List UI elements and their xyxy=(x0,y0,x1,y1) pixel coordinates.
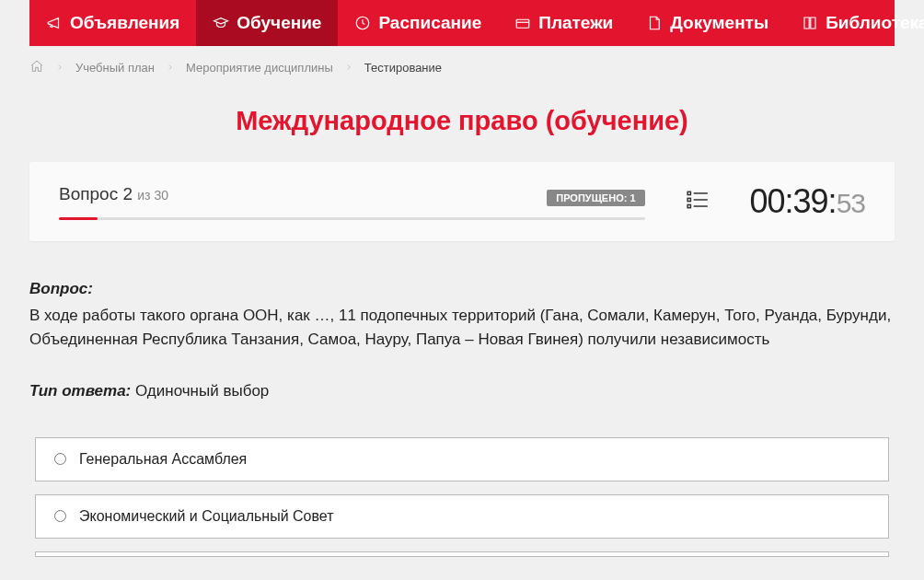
answer-radio[interactable] xyxy=(54,510,66,522)
answer-options: Генеральная Ассамблея Экономический и Со… xyxy=(29,437,895,557)
answer-option[interactable] xyxy=(35,551,889,557)
question-total: из 30 xyxy=(137,188,168,203)
nav-item-label: Расписание xyxy=(378,13,481,33)
breadcrumb: Учебный план Мероприятие дисциплины Тест… xyxy=(29,46,895,89)
progress-fill xyxy=(59,217,98,220)
clock-icon xyxy=(354,15,371,31)
nav-item-label: Библиотека xyxy=(826,13,924,33)
chevron-right-icon xyxy=(166,61,175,75)
answer-type: Тип ответа: Одиночный выбор xyxy=(29,382,895,400)
svg-rect-4 xyxy=(687,204,690,207)
question-list-button[interactable] xyxy=(667,188,728,215)
chevron-right-icon xyxy=(55,61,64,75)
svg-rect-2 xyxy=(687,191,690,194)
answer-option[interactable]: Экономический и Социальный Совет xyxy=(35,494,889,539)
chevron-right-icon xyxy=(344,61,353,75)
answer-type-value: Одиночный выбор xyxy=(135,382,269,400)
book-icon xyxy=(802,15,818,31)
question-counter: Вопрос 2 из 30 xyxy=(59,184,168,204)
question-label: Вопрос: xyxy=(29,280,895,298)
question-body: Вопрос: В ходе работы такого органа ООН,… xyxy=(29,241,895,575)
breadcrumb-link[interactable]: Учебный план xyxy=(75,61,155,75)
nav-item-library[interactable]: Библиотека xyxy=(785,0,924,46)
answer-option-label: Экономический и Социальный Совет xyxy=(79,508,334,525)
progress-bar xyxy=(59,217,645,220)
timer-seconds: 53 xyxy=(837,188,865,218)
answer-radio[interactable] xyxy=(54,453,66,465)
payment-icon xyxy=(514,15,531,31)
answer-option[interactable]: Генеральная Ассамблея xyxy=(35,437,889,481)
megaphone-icon xyxy=(46,15,63,31)
nav-item-documents[interactable]: Документы xyxy=(629,0,785,46)
answer-option-label: Генеральная Ассамблея xyxy=(79,451,247,468)
answer-type-label: Тип ответа: xyxy=(29,382,131,400)
nav-item-label: Объявления xyxy=(70,13,179,33)
svg-rect-1 xyxy=(516,19,529,28)
breadcrumb-link[interactable]: Мероприятие дисциплины xyxy=(186,61,333,75)
main-nav: Объявления Обучение Расписание Платежи Д… xyxy=(29,0,895,46)
page-title: Международное право (обучение) xyxy=(0,106,924,136)
question-text: В ходе работы такого органа ООН, как …, … xyxy=(29,304,895,353)
question-number: Вопрос 2 xyxy=(59,184,133,203)
nav-item-schedule[interactable]: Расписание xyxy=(338,0,498,46)
nav-item-label: Обучение xyxy=(237,13,321,33)
nav-item-payments[interactable]: Платежи xyxy=(498,0,629,46)
home-icon[interactable] xyxy=(29,59,44,76)
progress-card: Вопрос 2 из 30 ПРОПУЩЕНО: 1 00:39:53 xyxy=(29,162,895,241)
nav-item-label: Платежи xyxy=(538,13,613,33)
svg-rect-3 xyxy=(687,198,690,201)
skipped-badge: ПРОПУЩЕНО: 1 xyxy=(547,190,644,206)
graduation-cap-icon xyxy=(213,15,229,31)
document-icon xyxy=(646,15,663,31)
nav-item-label: Документы xyxy=(670,13,768,33)
nav-item-announcements[interactable]: Объявления xyxy=(29,0,196,46)
timer: 00:39:53 xyxy=(750,182,865,221)
breadcrumb-current: Тестирование xyxy=(364,61,442,75)
timer-main: 00:39: xyxy=(750,182,837,220)
nav-item-learning[interactable]: Обучение xyxy=(196,0,338,46)
